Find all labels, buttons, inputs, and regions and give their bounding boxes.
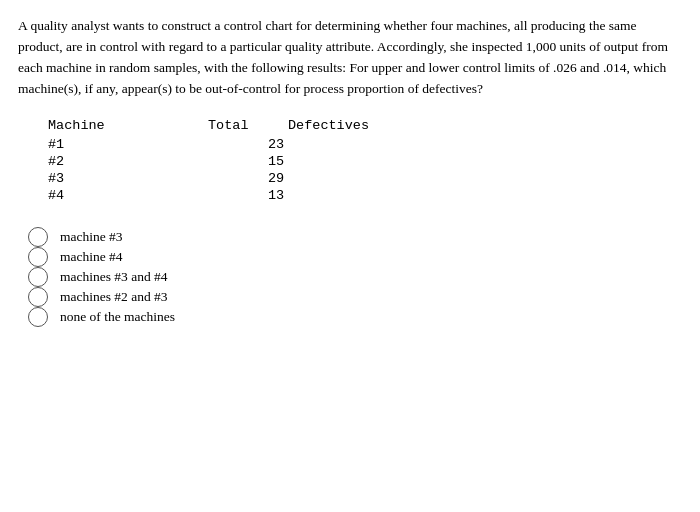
radio-circle-opt1[interactable]	[28, 227, 48, 247]
option-item-opt5[interactable]: none of the machines	[28, 307, 682, 327]
radio-circle-opt2[interactable]	[28, 247, 48, 267]
options-container: machine #3 machine #4 machines #3 and #4…	[28, 227, 682, 327]
option-label-opt5: none of the machines	[60, 309, 175, 325]
col-total-header: Total	[208, 118, 288, 133]
machine-cell: #4	[48, 188, 208, 203]
option-item-opt2[interactable]: machine #4	[28, 247, 682, 267]
defectives-cell: 15	[208, 154, 428, 169]
col-defectives-header: Defectives	[288, 118, 388, 133]
defectives-cell: 29	[208, 171, 428, 186]
data-table: Machine Total Defectives #1 23 #2 15 #3 …	[48, 118, 682, 203]
table-body: #1 23 #2 15 #3 29 #4 13	[48, 137, 682, 203]
machine-cell: #2	[48, 154, 208, 169]
option-item-opt4[interactable]: machines #2 and #3	[28, 287, 682, 307]
radio-circle-opt4[interactable]	[28, 287, 48, 307]
defectives-cell: 13	[208, 188, 428, 203]
option-label-opt3: machines #3 and #4	[60, 269, 168, 285]
machine-cell: #1	[48, 137, 208, 152]
option-label-opt1: machine #3	[60, 229, 123, 245]
defectives-cell: 23	[208, 137, 428, 152]
table-row: #3 29	[48, 171, 682, 186]
options-body: machine #3 machine #4 machines #3 and #4…	[28, 227, 682, 327]
option-item-opt3[interactable]: machines #3 and #4	[28, 267, 682, 287]
radio-circle-opt3[interactable]	[28, 267, 48, 287]
option-label-opt4: machines #2 and #3	[60, 289, 168, 305]
radio-circle-opt5[interactable]	[28, 307, 48, 327]
col-machine-header: Machine	[48, 118, 208, 133]
table-row: #2 15	[48, 154, 682, 169]
machine-cell: #3	[48, 171, 208, 186]
question-text: A quality analyst wants to construct a c…	[18, 16, 682, 100]
option-label-opt2: machine #4	[60, 249, 123, 265]
option-item-opt1[interactable]: machine #3	[28, 227, 682, 247]
table-row: #4 13	[48, 188, 682, 203]
table-row: #1 23	[48, 137, 682, 152]
table-header-row: Machine Total Defectives	[48, 118, 682, 133]
